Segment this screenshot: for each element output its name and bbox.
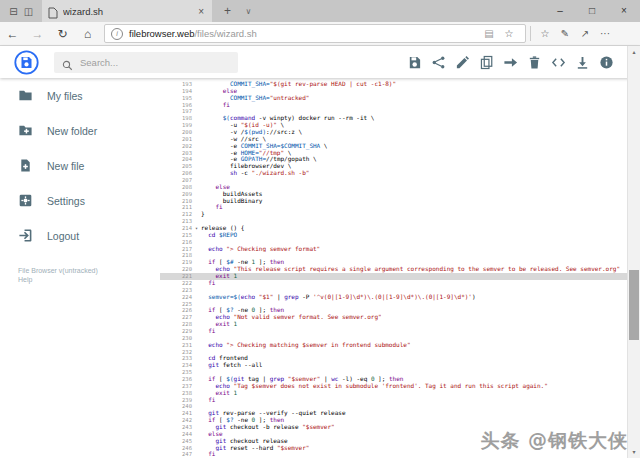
line-number: 233 xyxy=(160,355,192,362)
code-line[interactable]: 230 xyxy=(160,335,628,342)
download-icon[interactable] xyxy=(575,55,590,70)
code-line[interactable]: 232 xyxy=(160,349,628,356)
code-line[interactable]: 239 fi xyxy=(160,397,628,404)
share-icon[interactable] xyxy=(431,55,446,70)
code-line[interactable]: 216 xyxy=(160,239,628,246)
tab-close-icon[interactable]: × xyxy=(196,6,206,17)
code-line[interactable]: 224 semver=$(echo "$1" | grep -P '^v(0|[… xyxy=(160,294,628,301)
forward-icon[interactable]: → xyxy=(25,27,50,41)
scroll-down-icon[interactable]: ▾ xyxy=(628,446,640,458)
sidebar-item-new-file[interactable]: New file xyxy=(0,148,160,183)
code-line[interactable]: 206 sh -c "./wizard.sh -b" xyxy=(160,170,628,177)
reading-view-icon[interactable]: ▤ xyxy=(479,28,499,39)
code-line[interactable]: 211 fi xyxy=(160,204,628,211)
code-line[interactable]: 208 else xyxy=(160,184,628,191)
delete-icon[interactable] xyxy=(527,55,542,70)
favorite-star-icon[interactable]: ☆ xyxy=(499,28,519,39)
line-number: 226 xyxy=(160,307,192,314)
copy-icon[interactable] xyxy=(479,55,494,70)
code-line[interactable]: 223 xyxy=(160,287,628,294)
code-line[interactable]: 214▾release () { xyxy=(160,225,628,232)
code-line[interactable]: 194 else xyxy=(160,88,628,95)
code-line[interactable]: 196 fi xyxy=(160,102,628,109)
code-line[interactable]: 199 -u "$(id -u)" \ xyxy=(160,122,628,129)
code-line[interactable]: 229 fi xyxy=(160,328,628,335)
sidebar-item-settings[interactable]: Settings xyxy=(0,183,160,218)
code-line[interactable]: 225 xyxy=(160,301,628,308)
home-icon[interactable]: ⌂ xyxy=(75,27,100,41)
code-line[interactable]: 222 fi xyxy=(160,280,628,287)
info-icon[interactable] xyxy=(599,55,614,70)
line-number: 206 xyxy=(160,170,192,177)
tab-dropdown-icon[interactable]: ∨ xyxy=(241,7,256,16)
code-line[interactable]: 234 git fetch --all xyxy=(160,362,628,369)
line-number: 218 xyxy=(160,252,192,259)
code-line[interactable]: 240 xyxy=(160,403,628,410)
code-line[interactable]: 236 if [ $(git tag | grep "$semver" | wc… xyxy=(160,376,628,383)
address-bar[interactable]: i filebrowser.web/files/wizard.sh ▤ ☆ xyxy=(104,24,526,43)
code-line[interactable]: 218 xyxy=(160,252,628,259)
code-line[interactable]: 209 buildAssets xyxy=(160,191,628,198)
scroll-up-icon[interactable]: ▴ xyxy=(628,46,640,58)
code-line[interactable]: 233 cd frontend xyxy=(160,355,628,362)
code-line-highlighted[interactable]: 221 exit 1 xyxy=(160,273,628,280)
code-line[interactable]: 219 if [ $# -ne 1 ]; then xyxy=(160,259,628,266)
code-line[interactable]: 203 -e HOME="//tmp" \ xyxy=(160,150,628,157)
save-icon[interactable] xyxy=(407,55,422,70)
fold-marker-icon[interactable]: ▾ xyxy=(192,225,201,232)
code-line[interactable]: 237 echo "Tag $semver does not exist in … xyxy=(160,383,628,390)
more-options-icon[interactable]: ··· xyxy=(595,28,615,39)
code-line[interactable]: 226 if [ $? -ne 0 ]; then xyxy=(160,307,628,314)
scrollbar[interactable]: ▴ ▾ xyxy=(627,46,640,458)
search-box[interactable]: Search... xyxy=(54,52,238,73)
code-line[interactable]: 215 cd $REPO xyxy=(160,232,628,239)
code-line[interactable]: 202 -e COMMIT_SHA=$COMMIT_SHA \ xyxy=(160,143,628,150)
code-line[interactable]: 207 xyxy=(160,177,628,184)
move-icon[interactable] xyxy=(503,55,518,70)
code-line[interactable]: 235 xyxy=(160,369,628,376)
file-browser-logo[interactable] xyxy=(14,50,39,75)
hub-favorites-icon[interactable]: ☆ xyxy=(535,28,555,39)
code-line[interactable]: 242 if [ $? -ne 0 ]; then xyxy=(160,417,628,424)
code-line[interactable]: 231 echo "> Checking matching $semver in… xyxy=(160,342,628,349)
code-text: git fetch --all xyxy=(201,362,628,369)
set-tabs-aside-icon[interactable]: ◫ xyxy=(21,6,36,17)
maximize-icon[interactable]: □ xyxy=(576,0,608,22)
sidebar-item-new-folder[interactable]: New folder xyxy=(0,113,160,148)
browser-tab[interactable]: wizard.sh × xyxy=(42,0,212,22)
code-line[interactable]: 205 filebrowser/dev \ xyxy=(160,163,628,170)
help-link[interactable]: Help xyxy=(18,275,98,284)
code-line[interactable]: 197 xyxy=(160,108,628,115)
share-page-icon[interactable]: ↗ xyxy=(575,28,595,39)
code-line[interactable]: 193 COMMIT_SHA="$(git rev-parse HEAD | c… xyxy=(160,81,628,88)
code-line[interactable]: 228 exit 1 xyxy=(160,321,628,328)
code-editor[interactable]: 193 COMMIT_SHA="$(git rev-parse HEAD | c… xyxy=(160,78,628,458)
web-note-icon[interactable]: ✎ xyxy=(555,28,575,39)
code-line[interactable]: 220 echo "This release script requires a… xyxy=(160,266,628,273)
sidebar-item-my-files[interactable]: My files xyxy=(0,78,160,113)
code-line[interactable]: 217 echo "> Checking semver format" xyxy=(160,246,628,253)
back-icon[interactable]: ← xyxy=(0,27,25,41)
tab-preview-icon[interactable]: ⊟ xyxy=(6,6,21,17)
code-line[interactable]: 195 COMMIT_SHA="untracked" xyxy=(160,95,628,102)
code-line[interactable]: 212} xyxy=(160,211,628,218)
sidebar-item-logout[interactable]: Logout xyxy=(0,218,160,253)
new-tab-icon[interactable]: + xyxy=(220,4,235,18)
code-line[interactable]: 238 exit 1 xyxy=(160,390,628,397)
code-line[interactable]: 241 git rev-parse --verify --quiet relea… xyxy=(160,410,628,417)
close-icon[interactable]: × xyxy=(608,0,640,22)
code-line[interactable]: 204 -e GOPATH=//tmp/gopath \ xyxy=(160,156,628,163)
minimize-icon[interactable]: – xyxy=(544,0,576,22)
code-line[interactable]: 227 echo "Not valid semver format. See s… xyxy=(160,314,628,321)
code-line[interactable]: 198 $(command -v winpty) docker run --rm… xyxy=(160,115,628,122)
code-line[interactable]: 213 xyxy=(160,218,628,225)
scrollbar-thumb[interactable] xyxy=(629,270,639,340)
edit-icon[interactable] xyxy=(455,55,470,70)
code-icon[interactable] xyxy=(551,55,566,70)
site-info-icon[interactable]: i xyxy=(111,28,123,40)
code-line[interactable]: 200 -v /$(pwd)://src:z \ xyxy=(160,129,628,136)
code-line[interactable]: 210 buildBinary xyxy=(160,198,628,205)
line-number: 197 xyxy=(160,108,192,115)
refresh-icon[interactable]: ↻ xyxy=(50,27,75,41)
code-line[interactable]: 201 -w //src \ xyxy=(160,136,628,143)
